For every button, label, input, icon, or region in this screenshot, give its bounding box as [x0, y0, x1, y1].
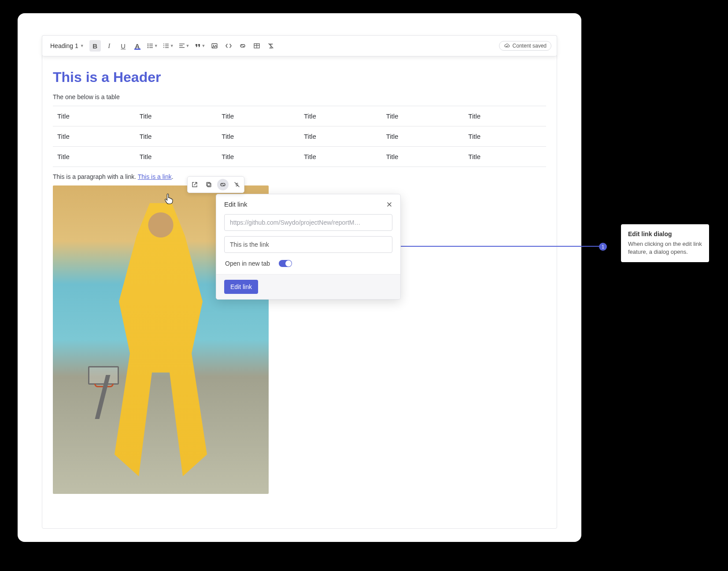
app-frame: Heading 1 ▼ B I U A ▼ ▼ ▼ ▼ — [18, 13, 581, 542]
svg-rect-21 — [207, 182, 210, 186]
code-icon — [225, 42, 232, 49]
ordered-list-button[interactable]: ▼ — [162, 42, 175, 49]
table-caption[interactable]: The one below is a table — [53, 93, 546, 100]
table-cell[interactable]: Title — [464, 126, 546, 147]
heading-select-label: Heading 1 — [50, 42, 78, 49]
edit-link-submit-button[interactable]: Edit link — [224, 280, 258, 294]
svg-point-0 — [147, 44, 148, 45]
svg-point-2 — [147, 45, 148, 47]
close-button[interactable] — [386, 201, 392, 208]
open-new-tab-toggle[interactable] — [279, 260, 292, 267]
svg-rect-12 — [179, 44, 185, 44]
quote-button[interactable]: ▼ — [193, 43, 207, 49]
svg-rect-11 — [165, 47, 169, 48]
open-link-button[interactable] — [189, 179, 200, 190]
annotation-body: When clicking on the edit link feature, … — [628, 240, 702, 256]
svg-rect-9 — [165, 45, 169, 46]
table-cell[interactable]: Title — [217, 126, 299, 147]
cloud-check-icon — [504, 43, 510, 49]
image-icon — [211, 42, 218, 49]
table-cell[interactable]: Title — [217, 147, 299, 167]
open-external-icon — [191, 181, 198, 188]
paragraph-prefix: This is a paragraph with a link. — [53, 173, 138, 180]
clear-format-button[interactable] — [265, 40, 277, 52]
content-saved-label: Content saved — [513, 43, 547, 49]
editor-toolbar: Heading 1 ▼ B I U A ▼ ▼ ▼ ▼ — [42, 35, 557, 56]
link-context-toolbar — [187, 176, 244, 193]
table-cell[interactable]: Title — [464, 147, 546, 167]
paragraph-suffix: . — [172, 173, 174, 180]
table-icon — [253, 42, 260, 49]
table-cell[interactable]: Title — [135, 106, 218, 126]
svg-rect-13 — [179, 45, 183, 46]
table-cell[interactable]: Title — [382, 126, 464, 147]
ordered-list-icon — [163, 42, 170, 49]
bold-button[interactable]: B — [89, 40, 101, 52]
svg-rect-20 — [207, 183, 211, 187]
svg-rect-3 — [149, 45, 153, 46]
text-color-button[interactable]: A — [132, 40, 143, 52]
table-row[interactable]: TitleTitleTitleTitleTitleTitle — [53, 126, 546, 147]
paragraph-with-link[interactable]: This is a paragraph with a link. This is… — [53, 173, 546, 180]
unlink-button[interactable] — [231, 179, 243, 190]
svg-rect-8 — [163, 45, 164, 46]
pointer-cursor-icon — [164, 193, 174, 204]
basketball-hoop-graphic — [84, 362, 123, 419]
svg-rect-14 — [179, 47, 185, 48]
table-cell[interactable]: Title — [382, 147, 464, 167]
content-saved-badge: Content saved — [499, 41, 551, 51]
link-url-input[interactable]: https://github.com/Swydo/projectNew/repo… — [224, 214, 392, 231]
italic-button[interactable]: I — [103, 40, 115, 52]
svg-rect-7 — [165, 44, 169, 44]
svg-rect-10 — [163, 47, 164, 48]
heading-select[interactable]: Heading 1 ▼ — [48, 41, 87, 51]
align-icon — [178, 42, 185, 49]
unlink-icon — [233, 181, 240, 188]
table-cell[interactable]: Title — [135, 126, 218, 147]
svg-rect-1 — [149, 44, 153, 44]
edit-link-dialog: Edit link https://github.com/Swydo/proje… — [216, 194, 401, 300]
quote-icon — [194, 43, 201, 49]
open-new-tab-label: Open in new tab — [225, 260, 270, 267]
sample-link[interactable]: This is a link — [138, 173, 172, 180]
table-row[interactable]: TitleTitleTitleTitleTitleTitle — [53, 147, 546, 167]
table-cell[interactable]: Title — [217, 106, 299, 126]
chevron-down-icon: ▼ — [154, 44, 158, 48]
svg-point-16 — [213, 45, 214, 46]
bullet-list-button[interactable]: ▼ — [146, 42, 159, 49]
chevron-down-icon: ▼ — [170, 44, 174, 48]
svg-point-4 — [147, 47, 148, 48]
table-cell[interactable]: Title — [299, 147, 382, 167]
svg-rect-6 — [163, 44, 164, 44]
align-button[interactable]: ▼ — [177, 42, 191, 49]
table-cell[interactable]: Title — [464, 106, 546, 126]
link-button[interactable] — [237, 40, 248, 52]
close-icon — [386, 201, 392, 208]
annotation-title: Edit link dialog — [628, 230, 702, 237]
table-cell[interactable]: Title — [53, 126, 135, 147]
annotation-note: Edit link dialog When clicking on the ed… — [621, 224, 709, 262]
page-title[interactable]: This is a Header — [53, 69, 546, 85]
bullet-list-icon — [147, 42, 154, 49]
table-cell[interactable]: Title — [53, 147, 135, 167]
dialog-title: Edit link — [224, 200, 248, 208]
table-cell[interactable]: Title — [53, 106, 135, 126]
sample-table[interactable]: TitleTitleTitleTitleTitleTitleTitleTitle… — [53, 106, 546, 167]
copy-link-button[interactable] — [203, 179, 214, 190]
chevron-down-icon: ▼ — [80, 44, 84, 48]
clear-format-icon — [267, 42, 274, 49]
table-row[interactable]: TitleTitleTitleTitleTitleTitle — [53, 106, 546, 126]
image-button[interactable] — [209, 40, 220, 52]
code-button[interactable] — [223, 40, 234, 52]
table-cell[interactable]: Title — [382, 106, 464, 126]
table-cell[interactable]: Title — [135, 147, 218, 167]
copy-icon — [205, 181, 212, 188]
table-cell[interactable]: Title — [299, 106, 382, 126]
annotation-leader-line — [383, 246, 603, 247]
table-cell[interactable]: Title — [299, 126, 382, 147]
link-text-input[interactable]: This is the link — [224, 236, 392, 253]
edit-link-button[interactable] — [217, 179, 229, 190]
table-button[interactable] — [251, 40, 262, 52]
chevron-down-icon: ▼ — [202, 44, 206, 48]
underline-button[interactable]: U — [118, 40, 129, 52]
